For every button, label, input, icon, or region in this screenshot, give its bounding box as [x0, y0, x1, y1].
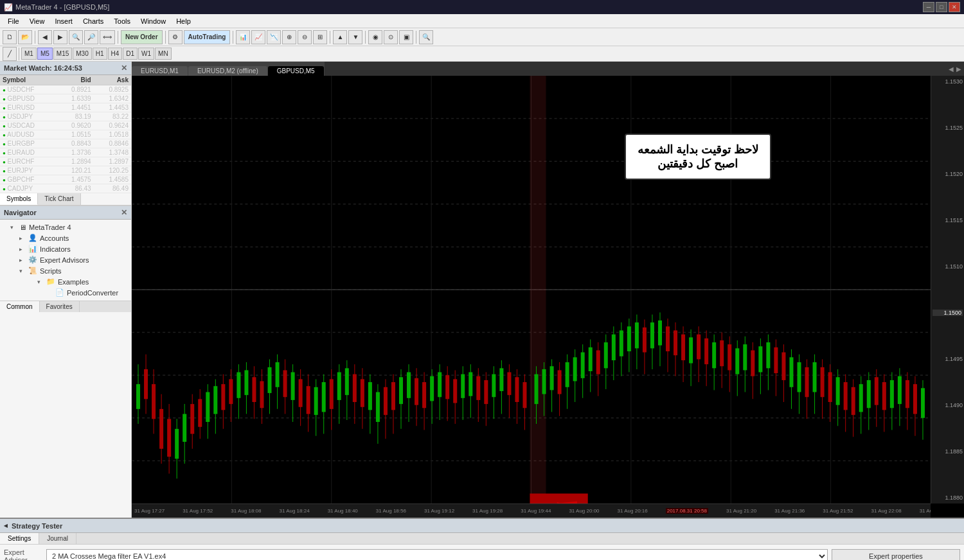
tf-line-btn[interactable]: ╱: [3, 47, 17, 61]
market-watch-close[interactable]: ✕: [121, 64, 127, 73]
tab-favorites[interactable]: Favorites: [40, 301, 80, 312]
experts-btn[interactable]: ⚙: [168, 30, 183, 44]
menu-file[interactable]: File: [3, 16, 24, 26]
search-icon[interactable]: 🔍: [419, 30, 433, 44]
market-table-row[interactable]: ● EURJPY 120.21 120.25: [0, 166, 131, 175]
tab-eurusd-m1[interactable]: EURUSD,M1: [132, 66, 188, 76]
market-table-row[interactable]: ● EURAUD 1.3736 1.3748: [0, 148, 131, 157]
tf-m1[interactable]: M1: [21, 48, 37, 60]
market-table-row[interactable]: ● CADJPY 86.43 86.49: [0, 184, 131, 193]
svg-rect-162: [689, 337, 693, 363]
menu-charts[interactable]: Charts: [78, 16, 109, 26]
grid-btn[interactable]: ⊞: [313, 30, 327, 44]
sidebar-item-examples[interactable]: ▾ 📁 Examples: [27, 276, 131, 287]
price-3: 1.1520: [933, 171, 963, 177]
new-btn[interactable]: 🗋: [3, 30, 17, 44]
svg-rect-83: [384, 387, 388, 415]
zoom-out-btn[interactable]: 🔎: [84, 30, 98, 44]
indicator-btn2[interactable]: ▼: [348, 30, 362, 44]
market-table-row[interactable]: ● EURUSD 1.4451 1.4453: [0, 103, 131, 112]
chart-btn3[interactable]: 📉: [267, 30, 281, 44]
tf-h4[interactable]: H4: [108, 48, 123, 60]
tester-tab-settings[interactable]: Settings: [0, 533, 39, 544]
symbol-ask: 0.8846: [94, 139, 131, 148]
chart-nav-left[interactable]: ◀: [949, 66, 954, 73]
zoom-chart-in[interactable]: ⊕: [282, 30, 296, 44]
symbol-name: ● USDCAD: [0, 121, 56, 130]
back-btn[interactable]: ◀: [38, 30, 52, 44]
tf-w1[interactable]: W1: [138, 48, 154, 60]
tf-mn[interactable]: MN: [155, 48, 172, 60]
chart-btn1[interactable]: 📊: [236, 30, 250, 44]
sep2: [118, 31, 118, 44]
zoom-chart-out[interactable]: ⊖: [298, 30, 312, 44]
tab-tick-chart[interactable]: Tick Chart: [38, 193, 80, 205]
chart-tab-spacer: ◀ ▶: [325, 62, 964, 76]
market-table-row[interactable]: ● GBPCHF 1.4575 1.4585: [0, 175, 131, 184]
tab-symbols[interactable]: Symbols: [0, 193, 38, 205]
symbol-name: ● AUDUSD: [0, 130, 56, 139]
market-table-row[interactable]: ● USDCHF 0.8921 0.8925: [0, 85, 131, 94]
app-icon: 📈: [4, 3, 13, 12]
menu-view[interactable]: View: [24, 16, 50, 26]
svg-rect-156: [666, 326, 670, 351]
tf-d1[interactable]: D1: [123, 48, 138, 60]
svg-rect-148: [635, 322, 639, 348]
sep6: [365, 31, 366, 44]
menu-help[interactable]: Help: [171, 16, 196, 26]
ea-select[interactable]: 2 MA Crosses Mega filter EA V1.ex4: [46, 549, 828, 560]
chart-btn2[interactable]: 📈: [251, 30, 265, 44]
indicator-btn3[interactable]: ◉: [368, 30, 382, 44]
market-table-row[interactable]: ● USDCAD 0.9620 0.9624: [0, 121, 131, 130]
tab-common[interactable]: Common: [0, 301, 40, 312]
navigator-close[interactable]: ✕: [121, 208, 127, 217]
symbol-bid: 1.4451: [56, 103, 93, 112]
indicator-btn4[interactable]: ⊙: [384, 30, 398, 44]
market-table-row[interactable]: ● GBPUSD 1.6339 1.6342: [0, 94, 131, 103]
tester-tabs: Settings Journal: [0, 533, 964, 545]
accounts-expander: ▸: [19, 235, 26, 241]
scroll-btn[interactable]: ⟺: [100, 30, 115, 44]
close-button[interactable]: ✕: [949, 2, 960, 12]
sidebar-item-expert-advisors[interactable]: ▸ ⚙️ Expert Advisors: [9, 254, 131, 265]
tf-h1[interactable]: H1: [93, 48, 107, 60]
symbol-name: ● EURGBP: [0, 139, 56, 148]
tf-m15[interactable]: M15: [53, 48, 72, 60]
menu-tools[interactable]: Tools: [109, 16, 136, 26]
open-btn[interactable]: 📂: [18, 30, 32, 44]
tester-tab-journal[interactable]: Journal: [39, 533, 76, 544]
svg-rect-33: [190, 404, 194, 433]
svg-rect-63: [307, 386, 310, 414]
forward-btn[interactable]: ▶: [53, 30, 67, 44]
market-table-row[interactable]: ● USDJPY 83.19 83.22: [0, 112, 131, 121]
nav-root[interactable]: ▾ 🖥 MetaTrader 4: [0, 222, 131, 232]
navigator-title: Navigator: [4, 209, 37, 216]
market-table-row[interactable]: ● EURCHF 1.2894 1.2897: [0, 157, 131, 166]
scripts-expander: ▾: [19, 268, 26, 274]
price-2: 1.1525: [933, 125, 963, 131]
svg-rect-107: [476, 376, 480, 400]
new-order-button[interactable]: New Order: [121, 30, 163, 44]
tester-content: Expert Advisor 2 MA Crosses Mega filter …: [0, 545, 964, 560]
menu-insert[interactable]: Insert: [49, 16, 78, 26]
indicator-btn[interactable]: ▲: [333, 30, 347, 44]
sidebar-item-scripts[interactable]: ▾ 📜 Scripts: [9, 265, 131, 276]
expert-properties-button[interactable]: Expert properties: [832, 549, 960, 560]
menu-window[interactable]: Window: [136, 16, 171, 26]
chart-nav-right[interactable]: ▶: [956, 66, 961, 73]
autotrading-button[interactable]: AutoTrading: [184, 30, 231, 44]
market-table-row[interactable]: ● EURGBP 0.8843 0.8846: [0, 139, 131, 148]
sidebar-item-indicators[interactable]: ▸ 📊 Indicators: [9, 243, 131, 254]
tab-gbpusd-m5[interactable]: GBPUSD,M5: [268, 66, 324, 76]
market-table-row[interactable]: ● AUDUSD 1.0515 1.0518: [0, 130, 131, 139]
tester-collapse-icon[interactable]: ◂: [4, 521, 8, 530]
tf-m30[interactable]: M30: [73, 48, 91, 60]
sidebar-item-period-converter[interactable]: 📄 PeriodConverter: [36, 287, 131, 298]
tf-m5[interactable]: M5: [37, 48, 53, 60]
minimize-button[interactable]: ─: [923, 2, 934, 12]
maximize-button[interactable]: □: [936, 2, 947, 12]
zoom-in-btn[interactable]: 🔍: [69, 30, 83, 44]
indicator-btn5[interactable]: ▣: [399, 30, 413, 44]
tab-eurusd-m2[interactable]: EURUSD,M2 (offline): [188, 66, 267, 76]
sidebar-item-accounts[interactable]: ▸ 👤 Accounts: [9, 232, 131, 243]
